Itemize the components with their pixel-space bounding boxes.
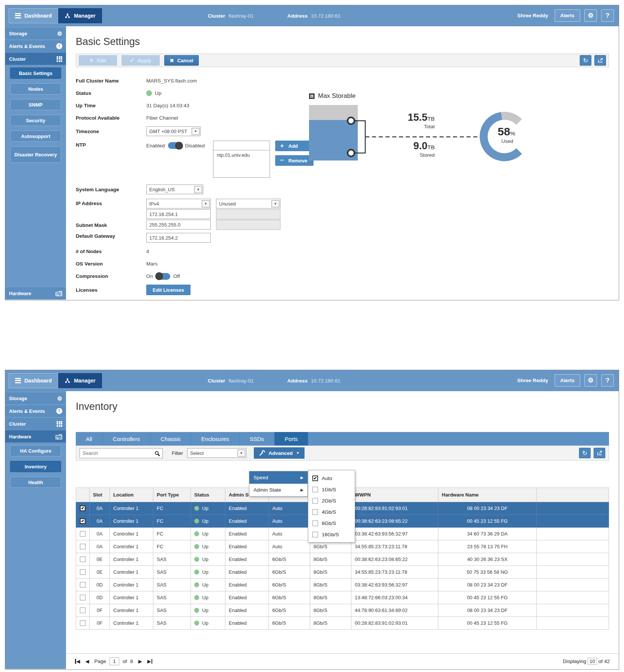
checkbox-icon[interactable] bbox=[312, 487, 318, 492]
menu-item-admin-state[interactable]: Admin State ▶ bbox=[249, 484, 308, 496]
cancel-button[interactable]: ✖ Cancel bbox=[164, 55, 199, 66]
col-location[interactable]: Location bbox=[110, 488, 153, 502]
table-row[interactable]: 0E Controller 1 SAS Up Enabled 6Gb/S 8Gb… bbox=[76, 566, 609, 579]
compression-toggle[interactable] bbox=[156, 273, 170, 280]
tab-ssds[interactable]: SSDs bbox=[240, 432, 274, 446]
alerts-button[interactable]: Alerts bbox=[555, 374, 580, 387]
sidebar-item-health[interactable]: Health bbox=[10, 477, 61, 488]
checkbox-icon[interactable] bbox=[312, 532, 318, 537]
sidebar-item-security[interactable]: Security bbox=[10, 115, 61, 126]
row-checkbox[interactable] bbox=[80, 595, 86, 600]
ip-address-field[interactable] bbox=[146, 209, 211, 219]
col-status[interactable]: Status bbox=[191, 488, 225, 502]
row-checkbox[interactable] bbox=[80, 556, 86, 562]
refresh-button[interactable]: ↻ bbox=[579, 448, 591, 458]
col-slot[interactable]: Slot bbox=[90, 488, 110, 502]
nav-manager[interactable]: Manager bbox=[58, 8, 102, 23]
settings-button[interactable]: ⚙ bbox=[584, 9, 597, 22]
remove-button[interactable]: − Remove bbox=[275, 155, 314, 166]
subnet-mask-field[interactable] bbox=[146, 220, 211, 230]
export-button[interactable] bbox=[594, 55, 606, 66]
sidebar-item-storage[interactable]: Storage ⚙ bbox=[5, 27, 66, 39]
sidebar-item-alerts-events[interactable]: Alerts & Events ! bbox=[5, 40, 66, 52]
speed-option[interactable]: 1Gb/S bbox=[308, 484, 355, 495]
ntp-server-input[interactable] bbox=[213, 141, 270, 150]
nav-dashboard[interactable]: Dashboard bbox=[9, 373, 58, 388]
col-wwpn[interactable]: WWPN bbox=[351, 488, 438, 502]
row-checkbox[interactable] bbox=[80, 544, 86, 549]
nav-dashboard[interactable]: Dashboard bbox=[9, 8, 58, 23]
speed-option[interactable]: 2Gb/S bbox=[308, 495, 355, 506]
sidebar-item-alerts-events[interactable]: Alerts & Events ! bbox=[5, 405, 66, 417]
previous-page-button[interactable]: ◀ bbox=[86, 658, 89, 664]
system-language-select[interactable]: English_US ▼ bbox=[146, 184, 203, 194]
tab-all[interactable]: All bbox=[76, 432, 103, 446]
sidebar-item-nodes[interactable]: Nodes bbox=[10, 83, 61, 94]
ip-secondary-select[interactable]: Unused ▼ bbox=[216, 199, 280, 208]
checkbox-icon[interactable] bbox=[312, 509, 318, 515]
row-checkbox[interactable] bbox=[80, 518, 86, 524]
alerts-button[interactable]: Alerts bbox=[555, 9, 580, 22]
speed-option[interactable]: Auto bbox=[308, 472, 355, 484]
ntp-server-list[interactable]: ntp.01.univ.edu bbox=[213, 150, 270, 178]
speed-option[interactable]: 8Gb/S bbox=[308, 518, 355, 529]
sidebar-item-inventory[interactable]: Inventory bbox=[10, 461, 61, 472]
row-checkbox[interactable] bbox=[80, 620, 86, 626]
row-checkbox[interactable] bbox=[80, 531, 86, 537]
export-button[interactable] bbox=[594, 448, 605, 458]
table-row[interactable]: 0D Controller 1 SAS Up Enabled 6Gb/S 8Gb… bbox=[76, 591, 609, 604]
refresh-button[interactable]: ↻ bbox=[580, 55, 591, 66]
sidebar-item-disaster-recovery[interactable]: Disaster Recovery bbox=[10, 146, 61, 163]
ntp-server-item[interactable]: ntp.01.univ.edu bbox=[217, 152, 266, 158]
help-button[interactable]: ? bbox=[601, 374, 614, 387]
col-port-type[interactable]: Port Type bbox=[153, 488, 191, 502]
speed-option[interactable]: 16Gb/S bbox=[308, 529, 355, 540]
last-page-button[interactable]: ▶ bbox=[147, 658, 153, 664]
ip-type-select[interactable]: IPv4 ▼ bbox=[146, 199, 211, 208]
advanced-button[interactable]: Advanced ▼ bbox=[254, 447, 304, 459]
default-gateway-field[interactable] bbox=[146, 233, 211, 243]
menu-item-speed[interactable]: Speed ▶ bbox=[249, 471, 308, 484]
tab-controllers[interactable]: Controllers bbox=[103, 432, 151, 446]
search-box[interactable] bbox=[80, 448, 163, 458]
tab-chassis[interactable]: Chassis bbox=[150, 432, 191, 446]
table-row[interactable]: 0E Controller 1 SAS Up Enabled 6Gb/S 8Gb… bbox=[76, 553, 609, 566]
sidebar-item-basic-settings[interactable]: Basic Settings bbox=[10, 68, 61, 79]
checkbox-icon[interactable] bbox=[312, 476, 318, 481]
ntp-toggle[interactable] bbox=[168, 142, 182, 149]
edit-button[interactable]: ✎ Edit bbox=[79, 55, 117, 66]
sidebar-item-hardware[interactable]: Hardware bbox=[5, 430, 66, 442]
first-page-button[interactable]: ◀ bbox=[75, 658, 80, 664]
sidebar-item-hardware[interactable]: Hardware bbox=[5, 287, 66, 299]
settings-button[interactable]: ⚙ bbox=[584, 374, 597, 387]
col-hardware-name[interactable]: Hardware Name bbox=[438, 488, 537, 502]
page-input[interactable]: 1 bbox=[110, 657, 119, 665]
sidebar-item-storage[interactable]: Storage ⚙ bbox=[5, 392, 66, 404]
tab-enclosures[interactable]: Enclosures bbox=[191, 432, 240, 446]
apply-button[interactable]: ✔ Apply bbox=[122, 55, 160, 66]
timezone-select[interactable]: GMT +08:00 PST ▼ bbox=[146, 126, 201, 136]
help-button[interactable]: ? bbox=[601, 9, 614, 22]
add-button[interactable]: + Add bbox=[275, 141, 314, 151]
checkbox-icon[interactable] bbox=[312, 520, 318, 526]
next-page-button[interactable]: ▶ bbox=[138, 658, 142, 664]
sidebar-item-cluster[interactable]: Cluster bbox=[5, 52, 66, 65]
sidebar-item-snmp[interactable]: SNMP bbox=[10, 99, 61, 110]
nav-manager[interactable]: Manager bbox=[58, 373, 102, 388]
edit-licenses-button[interactable]: Edit Licenses bbox=[146, 285, 190, 295]
tab-ports[interactable]: Ports bbox=[274, 432, 308, 446]
row-checkbox[interactable] bbox=[80, 569, 86, 575]
row-checkbox[interactable] bbox=[80, 582, 86, 588]
filter-select[interactable]: Select ▼ bbox=[187, 448, 246, 458]
sidebar-item-autosupport[interactable]: Autosupport bbox=[10, 130, 61, 142]
row-checkbox[interactable] bbox=[80, 506, 86, 511]
sidebar-item-ha-configure[interactable]: HA Configure bbox=[10, 445, 61, 456]
search-input[interactable] bbox=[82, 450, 153, 456]
checkbox-icon[interactable] bbox=[312, 498, 318, 504]
table-row[interactable]: 0F Controller 1 SAS Up Enabled 6Gb/S 8Gb… bbox=[76, 604, 609, 617]
table-row[interactable]: 0D Controller 1 SAS Up Enabled 6Gb/S 8Gb… bbox=[76, 579, 609, 591]
speed-option[interactable]: 4Gb/S bbox=[308, 506, 355, 518]
sidebar-item-cluster[interactable]: Cluster bbox=[5, 417, 66, 430]
table-row[interactable]: 0F Controller 1 SAS Up Enabled 6Gb/S 8Gb… bbox=[76, 617, 609, 630]
row-checkbox[interactable] bbox=[80, 608, 86, 613]
